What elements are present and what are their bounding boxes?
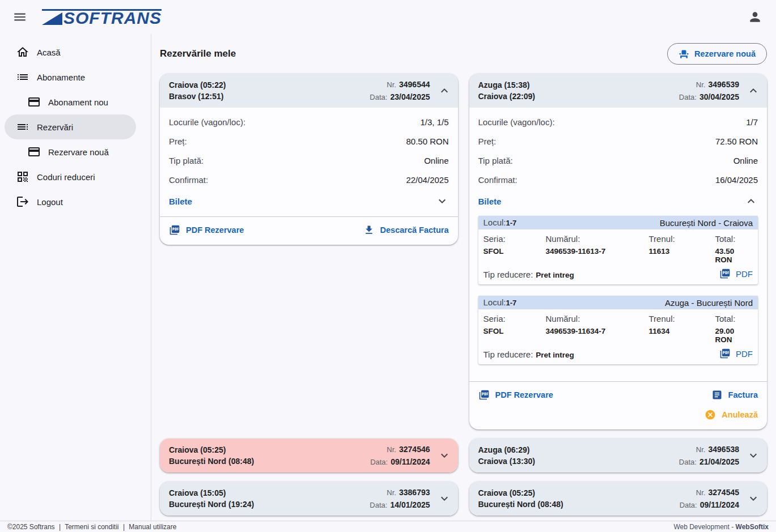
softrans-logo[interactable]: SOFTRANS bbox=[42, 9, 162, 25]
date-label: Data: bbox=[679, 93, 697, 101]
tip-reducere-label: Tip reducere: bbox=[484, 350, 533, 359]
reservation-card-header[interactable]: Craiova (05:25) București Nord (08:48) N… bbox=[469, 482, 767, 516]
hamburger-menu-button[interactable] bbox=[11, 8, 28, 25]
footer-separator: | bbox=[59, 523, 61, 531]
sidebar-item-abonamente[interactable]: Abonamente bbox=[0, 65, 151, 90]
bilete-toggle[interactable]: Bilete bbox=[478, 191, 758, 211]
route-from: Craiova (05:25) bbox=[478, 488, 563, 497]
ticket-pdf-link[interactable]: PDF bbox=[719, 268, 753, 279]
pdf-icon bbox=[478, 389, 490, 401]
account-button[interactable] bbox=[747, 8, 764, 25]
reservation-card-header[interactable]: Azuga (15:38) Craiova (22:09) Nr.3496539… bbox=[469, 74, 767, 108]
sidebar-item-acasa[interactable]: Acasă bbox=[0, 40, 151, 65]
price-label: Preț: bbox=[478, 137, 497, 146]
reservation-card-header[interactable]: Craiova (05:25) București Nord (08:48) N… bbox=[160, 439, 458, 473]
pdf-reservation-link[interactable]: PDF Rezervare bbox=[478, 389, 553, 401]
sidebar-item-rezervare-noua[interactable]: Rezervare nouă bbox=[0, 139, 151, 164]
pdf-reservation-link[interactable]: PDF Rezervare bbox=[169, 224, 244, 236]
sidebar-item-rezervari[interactable]: Rezervări bbox=[5, 114, 136, 139]
chevron-down-icon[interactable] bbox=[438, 449, 451, 462]
card-actions: PDF Rezervare Factura Anulează bbox=[469, 381, 767, 429]
route-from: Azuga (15:38) bbox=[478, 80, 535, 90]
date-label: Data: bbox=[370, 501, 387, 509]
route: Craiova (15:05) București Nord (19:24) bbox=[169, 488, 254, 509]
download-invoice-label: Descarcă Factura bbox=[380, 225, 449, 235]
seria-label: Seria: bbox=[484, 234, 546, 244]
reservation-card: Craiova (05:25) București Nord (08:48) N… bbox=[469, 482, 767, 516]
date-label: Data: bbox=[370, 93, 387, 101]
invoice-link[interactable]: Factura bbox=[711, 389, 758, 401]
dev-company-link[interactable]: WebSoftix bbox=[736, 523, 769, 531]
copyright-text: ©2025 Softrans bbox=[7, 523, 55, 531]
reservation-meta: Nr.3496539 Data:30/04/2025 bbox=[679, 79, 739, 102]
download-invoice-link[interactable]: Descarcă Factura bbox=[363, 224, 449, 236]
reservation-meta: Nr.3496538 Data:21/04/2025 bbox=[679, 444, 739, 467]
cancel-icon bbox=[705, 409, 716, 420]
ticket-pdf-label: PDF bbox=[736, 349, 753, 359]
trenul-value: 11634 bbox=[649, 327, 715, 344]
manual-link[interactable]: Manual utilizare bbox=[129, 523, 176, 531]
route-from: Craiova (05:25) bbox=[169, 445, 254, 454]
sidebar-item-label: Abonamente bbox=[37, 73, 85, 82]
credit-card-icon bbox=[27, 95, 41, 109]
app-root: SOFTRANS Acasă Abonamente Abonament nou … bbox=[0, 0, 776, 532]
ticket: Locul:1-7 București Nord - Craiova Seria… bbox=[478, 216, 758, 284]
numarul-value: 3496539-11613-7 bbox=[546, 247, 649, 264]
reservation-number: 3496538 bbox=[708, 445, 739, 454]
page-title: Rezervările mele bbox=[160, 48, 236, 59]
pdf-reservation-label: PDF Rezervare bbox=[186, 225, 244, 235]
bilete-toggle[interactable]: Bilete bbox=[169, 191, 449, 211]
reservation-number: 3496539 bbox=[708, 80, 739, 89]
chevron-down-icon[interactable] bbox=[747, 492, 760, 505]
sidebar-item-logout[interactable]: Logout bbox=[0, 189, 151, 214]
cancel-reservation-link[interactable]: Anulează bbox=[705, 409, 758, 420]
chevron-down-icon[interactable] bbox=[438, 492, 451, 505]
route-to: București Nord (08:48) bbox=[478, 500, 563, 509]
terms-link[interactable]: Termeni si conditii bbox=[65, 523, 118, 531]
route: Azuga (15:38) Craiova (22:09) bbox=[478, 80, 535, 101]
route: Craiova (05:22) Brasov (12:51) bbox=[169, 80, 226, 101]
sidebar-item-label: Logout bbox=[37, 197, 63, 207]
reservation-date: 21/04/2025 bbox=[699, 457, 739, 466]
toc-icon bbox=[16, 120, 29, 134]
new-reservation-button[interactable]: Rezervare nouă bbox=[667, 43, 767, 65]
sidebar-item-coduri-reduceri[interactable]: Coduri reduceri bbox=[0, 164, 151, 189]
download-icon bbox=[363, 224, 375, 236]
invoice-label: Factura bbox=[728, 390, 758, 399]
reservation-card-header[interactable]: Azuga (06:29) Craiova (13:30) Nr.3496538… bbox=[469, 439, 767, 473]
nr-label: Nr. bbox=[387, 80, 396, 89]
ticket-header: Locul:1-7 București Nord - Craiova bbox=[478, 216, 758, 229]
chevron-up-icon[interactable] bbox=[747, 84, 760, 97]
sidebar-item-label: Acasă bbox=[37, 48, 61, 57]
reservation-number: 3386793 bbox=[399, 488, 430, 497]
total-value: 29.00 RON bbox=[715, 327, 753, 344]
chevron-up-icon[interactable] bbox=[438, 84, 451, 97]
route-to: Craiova (13:30) bbox=[478, 457, 535, 466]
credit-card-icon bbox=[27, 145, 41, 159]
reservation-card-header[interactable]: Craiova (05:22) Brasov (12:51) Nr.349654… bbox=[160, 74, 458, 108]
reservation-date: 09/11/2024 bbox=[391, 457, 430, 466]
reservation-card-header[interactable]: Craiova (15:05) București Nord (19:24) N… bbox=[160, 482, 458, 516]
route: Azuga (06:29) Craiova (13:30) bbox=[478, 445, 535, 466]
numarul-label: Numărul: bbox=[546, 314, 649, 324]
payment-label: Tip plată: bbox=[169, 156, 203, 165]
ticket-pdf-link[interactable]: PDF bbox=[719, 348, 753, 359]
detail-row-price: Preț: 80.50 RON bbox=[169, 131, 449, 151]
ticket-footer: Tip reducere:Pret intreg PDF bbox=[478, 264, 758, 284]
footer-separator: | bbox=[123, 523, 125, 531]
dev-credit-text: Web Development - bbox=[673, 523, 733, 531]
seats-label: Locurile (vagon/loc): bbox=[478, 117, 555, 127]
seat-icon bbox=[679, 49, 689, 59]
locul-label: Locul: bbox=[484, 297, 506, 307]
cancel-label: Anulează bbox=[722, 410, 758, 419]
seats-value: 1/7 bbox=[746, 117, 758, 127]
nr-label: Nr. bbox=[696, 445, 706, 454]
chevron-down-icon[interactable] bbox=[747, 449, 760, 462]
nr-label: Nr. bbox=[696, 80, 706, 89]
ticket-footer: Tip reducere:Pret intreg PDF bbox=[478, 344, 758, 364]
ticket: Locul:1-7 Azuga - București Nord Seria: … bbox=[478, 296, 758, 364]
sidebar-item-abonament-nou[interactable]: Abonament nou bbox=[0, 90, 151, 114]
reservation-card: Craiova (05:25) București Nord (08:48) N… bbox=[160, 439, 458, 473]
reservation-card: Azuga (15:38) Craiova (22:09) Nr.3496539… bbox=[469, 74, 767, 429]
total-label: Total: bbox=[715, 234, 753, 244]
